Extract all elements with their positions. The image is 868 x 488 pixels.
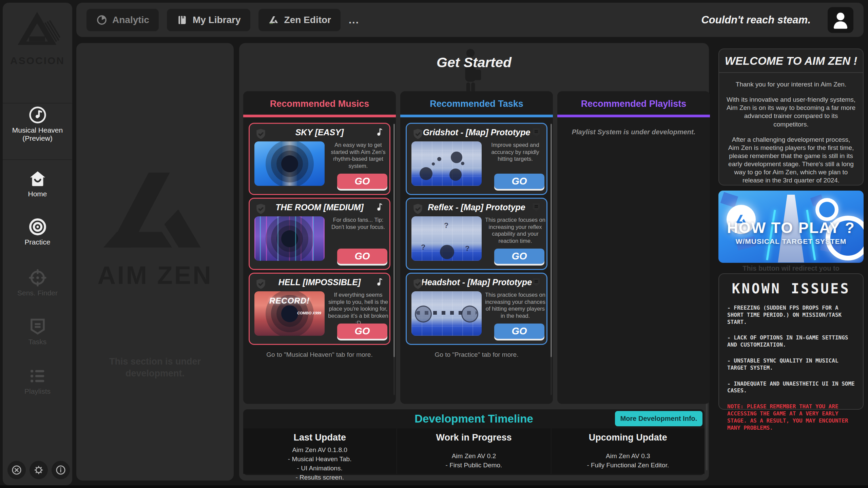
- music-card-hell[interactable]: HELL [IMPOSSIBLE] RECORD! COMBO X999 If …: [249, 273, 390, 345]
- welcome-paragraph: After a challenging development process,…: [726, 136, 856, 185]
- playlist-placeholder-text: Playlist System is under development.: [572, 128, 696, 136]
- task-badge-icon: [531, 127, 542, 139]
- info-button[interactable]: [52, 461, 70, 479]
- decor-target-dot: [451, 152, 462, 163]
- column-recommended-musics: Recommended Musics SKY [EASY]: [243, 91, 396, 404]
- sidebar-item-tasks[interactable]: Tasks: [3, 317, 72, 346]
- crosshair-icon: [28, 268, 47, 288]
- music-card-sky[interactable]: SKY [EASY] An easy way to get started wi…: [249, 123, 390, 195]
- timeline-column-title: Upcoming Update: [552, 432, 705, 443]
- under-development-message: This section is under development.: [76, 356, 234, 379]
- book-icon: [176, 14, 188, 26]
- column-accent-bar: [400, 115, 553, 117]
- decor-head-target: [415, 306, 432, 323]
- known-issue-item: - FREEZING (SUDDEN FPS DROPS FOR A SHORT…: [727, 305, 855, 326]
- column-scrollbar[interactable]: [393, 124, 395, 395]
- card-description: An easy way to get started with Aim Zen'…: [328, 141, 389, 170]
- task-card-headshot[interactable]: Headshot - [Map] Prototype This practice…: [406, 273, 547, 345]
- music-disc-icon: [28, 105, 47, 125]
- go-button[interactable]: GO: [494, 249, 544, 264]
- task-card-gridshot[interactable]: Gridshot - [Map] Prototype Impr: [406, 123, 547, 195]
- settings-button[interactable]: [30, 461, 48, 479]
- card-description: If everything seems simple to you, hell …: [328, 291, 389, 326]
- sidebar-bottom-actions: [7, 461, 70, 479]
- decor-question-mark: ?: [465, 244, 469, 253]
- tasks-shield-icon: [28, 317, 47, 336]
- known-issues-panel: KNOWN ISSUES - FREEZING (SUDDEN FPS DROP…: [718, 273, 864, 410]
- combo-overlay-text: COMBO X999: [297, 311, 321, 315]
- get-started-panel: Get Started Recommended Musics SKY [EASY…: [239, 43, 709, 481]
- tab-label: Zen Editor: [284, 15, 331, 25]
- topbar: Analytic My Library Zen Editor ... Could…: [76, 3, 864, 37]
- decor-head-target: [461, 306, 478, 323]
- record-overlay-text: RECORD!: [254, 296, 325, 306]
- avatar[interactable]: [828, 7, 853, 33]
- sidebar-item-label: Tasks: [3, 338, 72, 346]
- list-icon: [28, 366, 47, 386]
- decor-ring: [815, 198, 838, 221]
- steam-status-text: Couldn't reach steam.: [701, 14, 811, 26]
- column-accent-bar: [243, 115, 396, 117]
- timeline-line: - First Public Demo.: [397, 461, 550, 470]
- task-badge-icon: [531, 277, 542, 289]
- card-description: Improve speed and accuracy by rapidly hi…: [485, 141, 546, 162]
- column-title: Recommended Playlists: [557, 91, 710, 109]
- decor-question-mark: ?: [421, 243, 425, 252]
- go-button[interactable]: GO: [494, 174, 544, 189]
- timeline-column-last-update: Last Update Aim Zen AV 0.1.8.0 - Musical…: [243, 428, 396, 474]
- tab-label: My Library: [193, 15, 241, 25]
- decor-question-mark: ?: [444, 221, 448, 230]
- music-note-icon: [374, 277, 385, 289]
- go-button[interactable]: GO: [337, 249, 387, 264]
- timeline-column-upcoming-update: Upcoming Update Aim Zen AV 0.3 - Fully F…: [552, 428, 705, 474]
- go-button[interactable]: GO: [337, 324, 387, 339]
- tab-my-library[interactable]: My Library: [167, 9, 250, 31]
- sidebar-item-playlists[interactable]: Playlists: [3, 366, 72, 395]
- tab-overflow-menu[interactable]: ...: [349, 14, 359, 26]
- timeline-line: Aim Zen AV 0.2: [397, 452, 550, 461]
- development-timeline: Development Timeline More Development In…: [243, 409, 705, 475]
- card-description: This practice focuses on increasing your…: [485, 216, 546, 245]
- column-title: Recommended Tasks: [400, 91, 553, 109]
- go-button[interactable]: GO: [337, 174, 387, 189]
- sidebar-item-practice[interactable]: Practice: [3, 217, 72, 246]
- card-thumbnail: ? ? ?: [411, 216, 482, 261]
- column-scrollbar[interactable]: [551, 124, 552, 395]
- more-development-info-button[interactable]: More Development Info.: [615, 411, 702, 426]
- welcome-panel: WELCOME TO AIM ZEN ! Thank you for your …: [718, 48, 864, 186]
- column-recommended-tasks: Recommended Tasks Gridshot - [Map] Proto…: [400, 91, 553, 404]
- left-section-panel: AIM ZEN This section is under developmen…: [76, 43, 234, 481]
- banner-subtitle: W/MUSICAL TARGET SYSTEM: [718, 237, 864, 246]
- brand-name: ASOCION: [3, 55, 72, 66]
- go-button[interactable]: GO: [494, 324, 544, 339]
- task-badge-icon: [531, 202, 542, 214]
- person-icon: [830, 9, 851, 31]
- exit-button[interactable]: [7, 461, 26, 479]
- tab-zen-editor[interactable]: Zen Editor: [258, 9, 341, 31]
- timeline-column-title: Last Update: [243, 432, 396, 443]
- decor-target-dot: [437, 157, 441, 161]
- music-card-the-room[interactable]: THE ROOM [MEDIUM] For disco fans... Tip:…: [249, 198, 390, 270]
- how-to-play-banner[interactable]: HOW TO PLAY ? W/MUSICAL TARGET SYSTEM: [718, 191, 864, 263]
- sidebar-item-label: Practice: [3, 238, 72, 246]
- tab-analytic[interactable]: Analytic: [86, 9, 159, 31]
- tab-label: Analytic: [112, 15, 149, 25]
- decor-target-rings: [281, 155, 298, 172]
- sidebar-item-sublabel: (Preview): [3, 134, 72, 142]
- sidebar-item-home[interactable]: Home: [3, 169, 72, 198]
- pie-chart-icon: [96, 14, 108, 26]
- known-issue-item: - LACK OF OPTIONS IN IN-GAME SETTINGS AN…: [727, 334, 855, 349]
- sidebar-item-musical-heaven[interactable]: Musical Heaven (Preview): [3, 105, 72, 142]
- welcome-paragraph: Thank you for your interest in Aim Zen.: [726, 80, 856, 89]
- timeline-line: Aim Zen AV 0.1.8.0: [243, 446, 396, 455]
- asocion-logo-icon: [12, 10, 63, 53]
- music-note-icon: [374, 202, 385, 214]
- task-card-reflex[interactable]: Reflex - [Map] Prototype ? ? ? This prac…: [406, 198, 547, 270]
- sidebar-item-sens-finder[interactable]: Sens. Finder: [3, 268, 72, 297]
- target-icon: [28, 217, 47, 237]
- timeline-line: - Fully Functional Zen Editor.: [552, 461, 705, 470]
- card-thumbnail: [254, 216, 325, 261]
- sidebar-item-label: Playlists: [3, 387, 72, 395]
- card-thumbnail: [411, 141, 482, 186]
- shield-check-icon: [254, 202, 267, 217]
